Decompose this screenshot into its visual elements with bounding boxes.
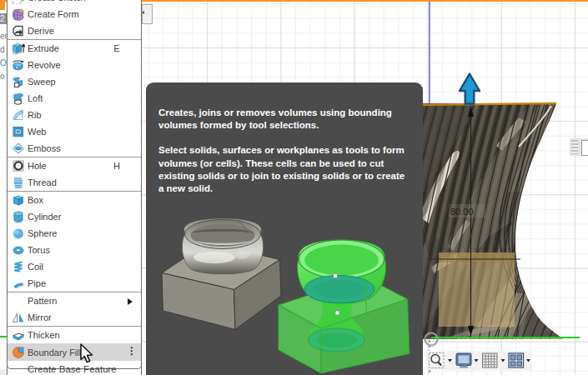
svg-text:80.00: 80.00 — [450, 207, 474, 217]
